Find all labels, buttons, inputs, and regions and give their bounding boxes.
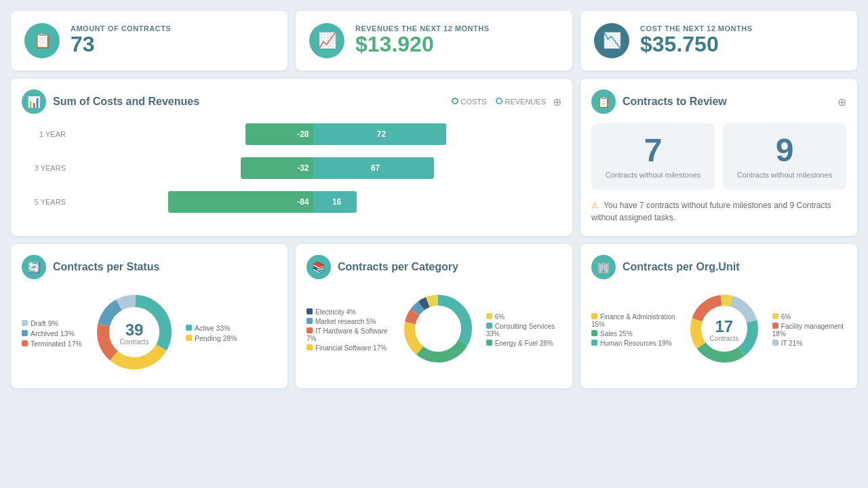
bar-row-5years: 5 YEARS -84 16: [28, 191, 555, 213]
bar-neg-1year: -28: [245, 123, 313, 145]
status-donut: 39 Contracts: [94, 291, 175, 375]
review-tasks-number: 9: [734, 134, 835, 167]
bar-row-3years: 3 YEARS -32 67: [28, 157, 555, 179]
legend-it: IT 21%: [772, 340, 846, 347]
legend-other-6-org: 6%: [772, 313, 846, 321]
sum-costs-revenues-panel: 📊 Sum of Costs and Revenues COSTS REVENU…: [11, 79, 572, 236]
orgunit-donut-section: Finance & Administration 15% Sales 25% H…: [591, 289, 846, 371]
cost-icon: 📉: [594, 23, 629, 58]
review-target-icon[interactable]: ⊕: [837, 96, 846, 108]
contracts-review-panel: 📋 Contracts to Review ⊕ 7 Contracts with…: [580, 79, 857, 236]
orgunit-donut: 17 Contracts: [687, 291, 762, 368]
review-milestones-label: Contracts without milestones: [602, 171, 704, 179]
legend-it-hardware: IT Hardware & Software 7%: [307, 327, 390, 342]
bar-chart: 1 YEAR -28 72 3 YEARS -32: [22, 123, 561, 213]
revenues-icon: 📈: [309, 23, 344, 58]
legend-other-6: 6%: [486, 313, 561, 321]
bar-row-1year: 1 YEAR -28 72: [28, 123, 555, 145]
orgunit-panel-title: Contracts per Org.Unit: [623, 261, 846, 273]
contracts-status-panel: 🔄 Contracts per Status Draft 9% Archived…: [11, 244, 288, 388]
legend-facility: Facility management 18%: [772, 323, 846, 338]
sum-panel-legend: COSTS REVENUES: [452, 98, 546, 106]
legend-consulting: Consulting Services 33%: [486, 323, 561, 338]
bar-pos-5years: 16: [313, 191, 357, 213]
review-card-tasks: 9 Contracts without milestones: [723, 123, 846, 190]
kpi-cost-12: 📉 COST THE NEXT 12 MONTHS $35.750: [580, 11, 857, 70]
kpi-cost-value: $35.750: [640, 33, 753, 56]
review-milestones-number: 7: [602, 134, 704, 167]
sum-panel-icon: 📊: [22, 89, 46, 114]
category-donut-section: Electricity 4% Market research 5% IT Har…: [307, 289, 561, 371]
category-panel-icon: 📚: [307, 255, 331, 279]
sum-panel-title: Sum of Costs and Revenues: [53, 96, 445, 108]
category-donut: [401, 291, 475, 368]
legend-draft: Draft 9%: [22, 319, 83, 327]
legend-market: Market research 5%: [307, 318, 390, 325]
category-panel-title: Contracts per Category: [338, 261, 561, 273]
review-panel-icon: 📋: [591, 89, 616, 114]
legend-sales: Sales 25%: [591, 330, 676, 338]
costs-legend-item: COSTS: [452, 98, 486, 106]
status-panel-icon: 🔄: [22, 255, 46, 279]
review-panel-title: Contracts to Review: [623, 96, 831, 108]
bar-pos-1year: 72: [313, 123, 446, 145]
legend-terminated: Terminated 17%: [22, 340, 83, 348]
revenues-legend-item: REVENUES: [496, 98, 546, 106]
contracts-icon: 📋: [24, 23, 60, 58]
kpi-amount-value: 73: [71, 33, 171, 56]
bar-pos-3years: 67: [313, 157, 434, 179]
warning-icon: ⚠: [591, 201, 599, 210]
legend-electricity: Electricity 4%: [307, 308, 390, 316]
legend-active: Active 33%: [186, 324, 237, 332]
review-tasks-label: Contracts without milestones: [734, 171, 835, 179]
revenues-dot: [496, 98, 502, 104]
sum-target-icon[interactable]: ⊕: [553, 96, 561, 108]
status-panel-title: Contracts per Status: [53, 261, 277, 273]
bar-label-1year: 1 YEAR: [28, 130, 66, 138]
kpi-revenues-12: 📈 REVENUES THE NEXT 12 MONTHS $13.920: [296, 11, 572, 70]
legend-energy: Energy & Fuel 28%: [486, 340, 561, 347]
status-donut-section: Draft 9% Archived 13% Terminated 17%: [22, 289, 277, 378]
costs-dot: [452, 98, 458, 104]
contracts-category-panel: 📚 Contracts per Category Electricity 4% …: [296, 244, 572, 388]
legend-finance: Finance & Administration 15%: [591, 313, 676, 328]
orgunit-donut-center: 17 Contracts: [709, 318, 738, 342]
kpi-revenues-value: $13.920: [355, 33, 489, 56]
bar-neg-3years: -32: [241, 157, 313, 179]
bar-label-5years: 5 YEARS: [28, 198, 66, 206]
orgunit-panel-icon: 🏢: [591, 255, 616, 279]
legend-hr: Human Resources 19%: [591, 340, 676, 347]
review-warning: ⚠ You have 7 contracts without future mi…: [591, 199, 846, 224]
review-cards-container: 7 Contracts without milestones 9 Contrac…: [591, 123, 846, 190]
bar-neg-5years: -84: [168, 191, 313, 213]
legend-pending: Pending 28%: [186, 334, 237, 342]
legend-archived: Archived 13%: [22, 329, 83, 338]
status-donut-center: 39 Contracts: [120, 321, 149, 345]
kpi-amount-contracts: 📋 AMOUNT OF CONTRACTS 73: [11, 11, 288, 70]
bar-label-3years: 3 YEARS: [28, 164, 66, 172]
review-card-milestones: 7 Contracts without milestones: [591, 123, 715, 190]
contracts-orgunit-panel: 🏢 Contracts per Org.Unit Finance & Admin…: [580, 244, 857, 388]
legend-financial: Financial Software 17%: [307, 344, 390, 352]
